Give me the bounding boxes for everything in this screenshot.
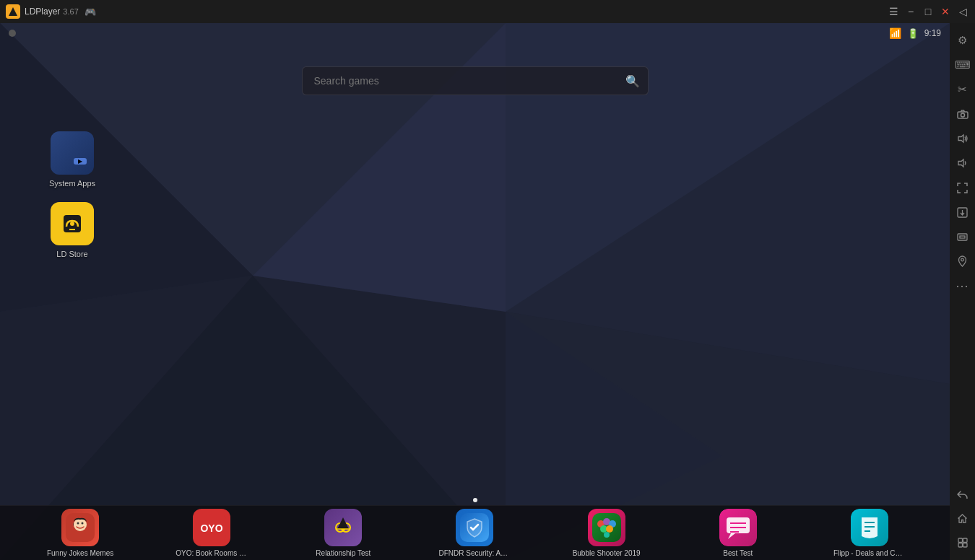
right-sidebar: ⚙ ⌨ ✂ (950, 23, 975, 560)
screenshot-button[interactable] (953, 227, 973, 247)
best-test-app-icon (719, 509, 757, 546)
minimize-button[interactable]: − (904, 5, 917, 18)
svg-rect-12 (963, 543, 967, 548)
svg-point-24 (70, 222, 74, 226)
svg-rect-44 (727, 517, 750, 533)
camera-button[interactable] (953, 104, 973, 124)
app-logo (6, 4, 20, 19)
search-bar: 🔍 (302, 66, 649, 95)
maximize-button[interactable]: □ (922, 5, 935, 18)
background-pattern (0, 23, 950, 560)
volume-up-button[interactable] (953, 128, 973, 149)
flipp-app-icon (851, 509, 888, 546)
emulator-screen: 📶 🔋 9:19 🔍 ▶ System Apps (0, 23, 950, 560)
close-button[interactable]: ✕ (939, 5, 952, 18)
svg-rect-9 (958, 538, 963, 543)
bubble-app-icon (588, 509, 625, 546)
search-input[interactable] (302, 66, 649, 95)
relationship-app-icon (324, 509, 362, 546)
app-version: 3.67 (63, 7, 78, 16)
system-apps-label: System Apps (49, 179, 95, 188)
window-controls: ☰ − □ ✕ ◁ (887, 5, 969, 18)
best-test-label: Best Test (723, 549, 753, 557)
svg-rect-11 (958, 543, 963, 548)
svg-rect-10 (963, 538, 967, 543)
dock-oyo[interactable]: OYO OYO: Book Rooms With The (146, 506, 277, 560)
svg-point-26 (74, 518, 87, 531)
svg-point-41 (606, 525, 613, 533)
funny-jokes-label: Funny Jokes Memes (47, 549, 113, 557)
keyboard-button[interactable]: ⌨ (953, 55, 973, 75)
fullscreen-button[interactable] (953, 178, 973, 198)
dfndr-label: DFNDR Security: Antivirus (438, 549, 511, 557)
app-name: LDPlayer (25, 6, 60, 17)
relationship-label: Relationship Test (316, 549, 370, 557)
dock-dfndr[interactable]: DFNDR Security: Antivirus (409, 506, 540, 560)
svg-point-28 (82, 522, 84, 525)
svg-marker-4 (958, 159, 963, 167)
time-display: 9:19 (924, 28, 941, 38)
status-bar: 📶 🔋 9:19 (0, 23, 950, 43)
location-button[interactable] (953, 251, 973, 271)
page-dot-1 (473, 498, 477, 502)
home-sidebar-button[interactable] (953, 508, 973, 528)
dock-best-test[interactable]: Best Test (672, 506, 804, 560)
more-button[interactable]: ··· (953, 276, 973, 296)
titlebar: LDPlayer 3.67 🎮 ☰ − □ ✕ ◁ (0, 0, 975, 23)
back-nav-button[interactable]: ◁ (956, 5, 969, 18)
svg-text:OYO: OYO (201, 522, 223, 534)
flipp-label: Flipp - Deals and Coupons (833, 549, 906, 557)
dock-funny-jokes[interactable]: Funny Jokes Memes (14, 506, 146, 560)
notification-dot (9, 30, 16, 37)
svg-rect-6 (958, 234, 967, 240)
ld-store-label: LD Store (56, 250, 87, 258)
menu-button[interactable]: ☰ (887, 5, 900, 18)
svg-rect-7 (960, 236, 965, 238)
dock-relationship[interactable]: Relationship Test (277, 506, 409, 560)
oyo-label: OYO: Book Rooms With The (176, 549, 248, 557)
svg-point-2 (961, 113, 964, 117)
svg-marker-0 (9, 7, 17, 16)
desktop-icons: ▶ System Apps LD Store (43, 131, 101, 258)
page-indicator (473, 498, 477, 502)
svg-point-27 (77, 522, 79, 525)
volume-down-button[interactable] (953, 153, 973, 173)
undo-button[interactable] (953, 484, 973, 504)
system-apps-icon[interactable]: ▶ System Apps (43, 131, 101, 188)
gamepad-icon: 🎮 (84, 6, 96, 17)
dfndr-app-icon (456, 509, 493, 546)
battery-icon: 🔋 (907, 28, 919, 39)
svg-point-8 (961, 258, 964, 261)
oyo-app-icon: OYO (193, 509, 230, 546)
app-dock: Funny Jokes Memes OYO OYO: Book Rooms Wi… (0, 505, 950, 560)
search-icon: 🔍 (625, 74, 640, 88)
wifi-icon: 📶 (889, 27, 901, 39)
bubble-label: Bubble Shooter 2019 (573, 549, 641, 557)
dock-flipp[interactable]: Flipp - Deals and Coupons (804, 506, 935, 560)
settings-button[interactable]: ⚙ (953, 30, 973, 51)
dock-bubble[interactable]: Bubble Shooter 2019 (541, 506, 672, 560)
ld-store-icon[interactable]: LD Store (43, 202, 101, 258)
status-right: 📶 🔋 9:19 (889, 27, 941, 39)
recent-apps-button[interactable] (953, 533, 973, 553)
scissors-button[interactable]: ✂ (953, 79, 973, 100)
svg-marker-3 (958, 135, 963, 142)
funny-jokes-app-icon (61, 509, 99, 546)
svg-point-42 (604, 532, 610, 538)
import-button[interactable] (953, 202, 973, 222)
